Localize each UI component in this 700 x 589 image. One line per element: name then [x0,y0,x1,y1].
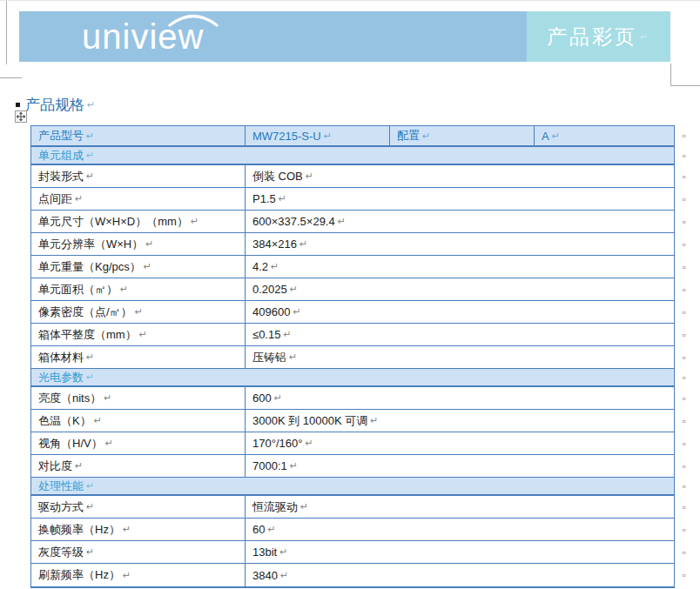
row-end-marker: ¤ [683,394,686,402]
pilcrow-mark: ↵ [86,480,94,492]
spec-label-cell[interactable]: 单元重量（Kg/pcs）↵ [31,256,246,278]
table-row: 刷新频率（Hz）↵ 3840↵ ¤ [31,564,674,586]
spec-value-cell[interactable]: 4.2↵ [246,256,674,278]
spec-label-cell[interactable]: 单元分辨率（W×H）↵ [31,233,246,255]
spec-value-cell[interactable]: 600↵ [246,387,674,409]
section-header-cell[interactable]: 光电参数↵ [31,369,674,385]
pilcrow-mark: ↵ [120,284,128,295]
pilcrow-mark: ↵ [267,524,275,535]
spec-value-cell[interactable]: 600×337.5×29.4↵ [246,211,674,232]
spec-label-cell[interactable]: 点间距↵ [31,188,246,210]
table-row: 驱动方式↵ 恒流驱动↵ ¤ [31,496,674,519]
spec-label-cell[interactable]: 像素密度（点/㎡）↵ [31,301,246,323]
pilcrow-mark: ↵ [279,546,287,558]
pilcrow-mark: ↵ [123,570,131,581]
table-row: 封装形式↵ 倒装 COB↵ ¤ [31,165,674,188]
spec-label-cell[interactable]: 灰度等级↵ [31,541,246,563]
table-row: 箱体材料↵ 压铸铝↵ ¤ [31,346,674,369]
row-end-marker: ¤ [683,195,686,203]
row-end-marker: ¤ [683,353,686,361]
table-row: 单元重量（Kg/pcs）↵ 4.2↵ ¤ [31,256,674,278]
pilcrow-mark: ↵ [86,171,94,182]
table-move-handle[interactable] [15,110,27,123]
table-row: 像素密度（点/㎡）↵ 409600↵ ¤ [31,301,674,324]
spec-value-cell[interactable]: P1.5↵ [246,188,674,210]
row-end-marker: ¤ [683,263,686,271]
spec-label-cell[interactable]: 单元面积（㎡）↵ [31,278,246,300]
pilcrow-mark: ↵ [280,570,288,581]
spec-label-cell[interactable]: 色温（K）↵ [31,410,246,432]
move-cross-icon [17,112,25,121]
banner-tag: 产品彩页 ↵ [527,11,670,62]
table-row: 灰度等级↵ 13bit↵ ¤ [31,541,674,564]
table-section-row: 光电参数↵ ¤ [31,369,674,387]
spec-label-cell[interactable]: 对比度↵ [31,455,246,477]
spec-label-cell[interactable]: 换帧频率（Hz）↵ [31,519,246,540]
spec-value-cell[interactable]: ≤0.15↵ [246,324,674,345]
spec-value-cell[interactable]: 384×216↵ [246,233,674,255]
logo-arc-icon [166,10,220,28]
table-section-row: 处理性能↵ ¤ [31,478,674,496]
pilcrow-mark: ↵ [86,351,94,363]
section-header-cell[interactable]: 处理性能↵ [31,478,674,494]
row-end-marker: ¤ [683,482,686,490]
section-header-cell[interactable]: 单元组成↵ [31,147,674,164]
row-end-marker: ¤ [683,373,686,381]
spec-label-cell[interactable]: 驱动方式↵ [31,496,246,518]
header-cell-config-label[interactable]: 配置↵ [390,126,535,145]
header-cell-config-value[interactable]: A↵ [535,126,674,145]
brand-banner: uniview 产品彩页 ↵ [19,11,670,62]
row-end-marker: ¤ [683,172,686,180]
pilcrow-mark: ↵ [123,524,131,535]
pilcrow-mark: ↵ [86,131,94,142]
uniview-logo: uniview [82,17,204,57]
spec-value-cell[interactable]: 压铸铝↵ [246,346,674,368]
pilcrow-mark: ↵ [289,351,297,363]
pilcrow-mark: ↵ [86,371,94,383]
spec-label-cell[interactable]: 亮度（nits）↵ [31,387,246,409]
pilcrow-mark: ↵ [105,438,113,449]
pilcrow-mark: ↵ [370,415,378,426]
table-section-row: 单元组成↵ ¤ [31,147,674,165]
spec-value-cell[interactable]: 60↵ [246,519,674,540]
spec-value-cell[interactable]: 3000K 到 10000K 可调↵ [246,410,674,432]
header-cell-model-label[interactable]: 产品型号↵ [31,126,246,145]
row-end-marker: ¤ [683,151,686,159]
spec-value-cell[interactable]: 170°/160°↵ [246,432,674,454]
pilcrow-mark: ↵ [104,392,111,404]
pilcrow-mark: ↵ [75,460,83,472]
row-end-marker: ¤ [683,548,686,556]
pilcrow-mark: ↵ [422,131,430,142]
pilcrow-mark: ↵ [86,546,94,558]
spec-value-cell[interactable]: 409600↵ [246,301,674,323]
crop-mark-top-right-vertical [670,64,671,85]
spec-value-cell[interactable]: 13bit↵ [246,541,674,563]
crop-mark-top-left-vertical [6,1,7,64]
row-end-marker: ¤ [683,462,686,470]
spec-value-cell[interactable]: 恒流驱动↵ [246,496,674,518]
spec-value-cell[interactable]: 倒装 COB↵ [246,165,674,187]
spec-value-cell[interactable]: 0.2025↵ [246,278,674,300]
table-row: 点间距↵ P1.5↵ ¤ [31,188,674,211]
pilcrow-mark: ↵ [293,306,300,318]
table-row: 箱体平整度（mm）↵ ≤0.15↵ ¤ [31,324,674,346]
header-cell-model-value[interactable]: MW7215-S-U↵ [246,126,390,145]
pilcrow-mark: ↵ [300,501,308,512]
spec-label-cell[interactable]: 单元尺寸（W×H×D）（mm）↵ [31,211,246,232]
spec-value-cell[interactable]: 7000:1↵ [246,455,674,477]
table-row: 单元面积（㎡）↵ 0.2025↵ ¤ [31,278,674,301]
spec-label-cell[interactable]: 箱体材料↵ [31,346,246,368]
spec-label-cell[interactable]: 视角（H/V）↵ [31,432,246,454]
spec-table: 产品型号↵ MW7215-S-U↵ 配置↵ A↵ ¤ 单元组成↵ ¤ 封装形式↵… [30,125,675,588]
section-heading: 产品规格 ↵ [16,95,95,115]
spec-label-cell[interactable]: 刷新频率（Hz）↵ [31,564,246,586]
pilcrow-mark: ↵ [290,460,298,472]
pilcrow-mark: ↵ [191,216,199,227]
spec-label-cell[interactable]: 箱体平整度（mm）↵ [31,324,246,345]
table-row: 对比度↵ 7000:1↵ ¤ [31,455,674,478]
spec-value-cell[interactable]: 3840↵ [246,564,674,586]
pilcrow-mark: ↵ [279,193,286,204]
spec-label-cell[interactable]: 封装形式↵ [31,165,246,187]
table-row: 色温（K）↵ 3000K 到 10000K 可调↵ ¤ [31,410,674,432]
table-row: 单元尺寸（W×H×D）（mm）↵ 600×337.5×29.4↵ ¤ [31,211,674,233]
